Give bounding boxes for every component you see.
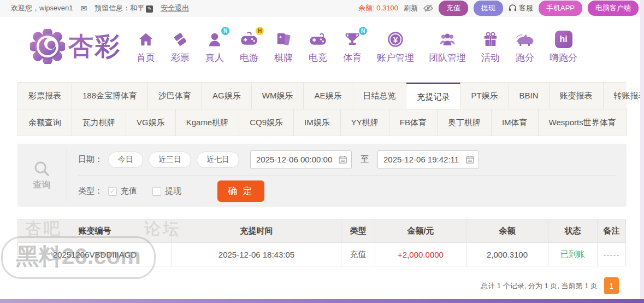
logo-flower-icon — [30, 29, 65, 64]
date-from-input[interactable]: 2025-12-06 00:00:00 — [250, 150, 352, 169]
tab-yy-cards[interactable]: YY棋牌 — [341, 109, 389, 136]
hi-app-icon: hi — [554, 30, 574, 49]
tab-cq9[interactable]: CQ9娱乐 — [239, 109, 294, 136]
eye-off-icon[interactable] — [423, 4, 433, 12]
to-label: 至 — [361, 154, 369, 165]
tab-wesports[interactable]: Wesports世界体育 — [539, 109, 627, 136]
nav-item-promotions[interactable]: 活动 — [481, 30, 500, 64]
type-filter-row: 类型： ✓ 充值 提现 确 定 — [78, 176, 617, 207]
nav-item-home[interactable]: 首页 — [136, 30, 156, 64]
badge: N — [359, 27, 367, 35]
logout-link[interactable]: 安全退出 — [161, 3, 189, 13]
cards-icon: ♠ — [274, 30, 293, 49]
mail-icon[interactable]: ✉ — [80, 4, 87, 13]
welcome-text: 欢迎您，wipseven1 — [11, 3, 73, 13]
page-1-button[interactable]: 1 — [604, 277, 619, 294]
type-option-recharge[interactable]: ✓ 充值 — [108, 186, 137, 196]
nav-item-account[interactable]: ¥ 账户管理 — [377, 30, 414, 64]
nav-item-team[interactable]: 团队管理 — [429, 30, 466, 64]
tab-row-2: 余额查询 瓦力棋牌 VG娱乐 Kgame棋牌 CQ9娱乐 IM娱乐 YY棋牌 F… — [17, 109, 627, 136]
withdraw-checkbox[interactable] — [152, 187, 161, 196]
refresh-link[interactable]: 刷新 — [404, 3, 418, 13]
svg-text:¥: ¥ — [393, 34, 398, 44]
recharge-checkbox[interactable]: ✓ — [108, 187, 117, 196]
tab-wali-cards[interactable]: 瓦力棋牌 — [72, 109, 126, 136]
tab-wm[interactable]: WM娱乐 — [252, 83, 304, 109]
col-type: 类型 — [341, 219, 375, 243]
tab-daily-summary[interactable]: 日结总览 — [352, 83, 406, 109]
range-today-button[interactable]: 今日 — [108, 152, 143, 168]
records-table-wrap: 账变编号 充提时间 类型 金额/元 余额 状态 备注 20251206VBDDI… — [17, 219, 627, 266]
gift-icon — [481, 30, 500, 49]
withdraw-checkbox-label: 提现 — [165, 186, 181, 196]
home-icon — [136, 30, 156, 49]
tab-188jbb-sports[interactable]: 188金宝博体育 — [72, 83, 148, 109]
tab-ae[interactable]: AE娱乐 — [304, 83, 352, 109]
nav-item-live[interactable]: N 真人 — [205, 30, 224, 64]
nav-item-lottery[interactable]: 彩票 — [170, 30, 190, 64]
tab-deposit-withdraw-records[interactable]: 充提记录 — [406, 83, 460, 109]
team-icon — [438, 30, 457, 49]
tab-transfer-report[interactable]: 转账报表 — [604, 83, 644, 109]
nav-item-hi-paofen[interactable]: hi 嗨跑分 — [550, 30, 577, 64]
nav-item-esports[interactable]: 电竞 — [308, 30, 328, 64]
gamepad-icon: H — [239, 30, 259, 49]
tab-ag[interactable]: AG娱乐 — [202, 83, 252, 109]
col-change-id: 账变编号 — [18, 219, 172, 243]
records-table: 账变编号 充提时间 类型 金额/元 余额 状态 备注 20251206VBDDI… — [17, 219, 626, 266]
tab-pt[interactable]: PT娱乐 — [460, 83, 509, 109]
mobile-app-button[interactable]: 手机APP — [539, 1, 582, 16]
reserved-info: 预留信息：和平✎ — [94, 3, 153, 13]
tab-lottery-report[interactable]: 彩票报表 — [17, 83, 72, 109]
cell-balance: 2,000.3100 — [466, 243, 548, 266]
tab-bbin[interactable]: BBIN — [509, 83, 550, 109]
recharge-button[interactable]: 充值 — [439, 1, 468, 16]
balance-label: 余额: — [358, 4, 375, 12]
cell-type: 充值 — [341, 243, 375, 266]
query-panel: 查询 日期： 今日 近三日 近七日 2025-12-06 00:00:00 至 … — [17, 144, 627, 207]
ticket-icon — [170, 30, 190, 49]
pagination-summary: 总计 1 个记录, 分为 1 页, 当前第 1 页 — [481, 281, 598, 291]
coin-icon: ¥ — [386, 30, 405, 49]
calendar-icon[interactable] — [339, 155, 347, 164]
badge: H — [256, 27, 264, 35]
tab-odin-cards[interactable]: 奥丁棋牌 — [438, 109, 492, 136]
range-3days-button[interactable]: 近三日 — [149, 152, 191, 168]
pc-client-button[interactable]: 电脑客户端 — [588, 1, 639, 16]
site-logo[interactable]: 杏彩 — [30, 29, 121, 64]
tab-kgame[interactable]: Kgame棋牌 — [176, 109, 240, 136]
tab-saba-sports[interactable]: 沙巴体育 — [148, 83, 202, 109]
customer-service[interactable]: 客服 — [509, 3, 533, 13]
type-label: 类型： — [78, 186, 103, 196]
nav-item-sports[interactable]: N 体育 — [342, 30, 362, 64]
confirm-button[interactable]: 确 定 — [217, 180, 264, 202]
type-option-withdraw[interactable]: 提现 — [152, 186, 181, 196]
cell-change-id: 20251206VBDDIIIAGD — [18, 243, 172, 266]
scrollbar[interactable] — [640, 0, 644, 303]
date-to-input[interactable]: 2025-12-06 19:42:11 — [377, 150, 479, 169]
nav-item-paofen[interactable]: 跑分 — [515, 30, 535, 64]
range-7days-button[interactable]: 近七日 — [197, 152, 239, 168]
nav-item-slots[interactable]: H 电游 — [239, 30, 259, 64]
customer-service-label: 客服 — [519, 3, 533, 13]
date-filter-row: 日期： 今日 近三日 近七日 2025-12-06 00:00:00 至 202… — [78, 144, 617, 175]
tab-balance-query[interactable]: 余额查询 — [17, 109, 72, 136]
headset-icon — [509, 4, 517, 12]
calendar-icon[interactable] — [466, 155, 474, 164]
tab-account-change-report[interactable]: 账变报表 — [550, 83, 604, 109]
query-side: 查询 — [17, 144, 67, 207]
balance-text: 余额: 0.3100 — [358, 3, 398, 13]
tab-im-casino[interactable]: IM娱乐 — [294, 109, 341, 136]
nav-item-cards[interactable]: ♠ 棋牌 — [274, 30, 293, 64]
recharge-checkbox-label: 充值 — [121, 186, 137, 196]
tab-fb-sports[interactable]: FB体育 — [389, 109, 438, 136]
withdraw-button[interactable]: 提现 — [474, 1, 503, 16]
date-to-value: 2025-12-06 19:42:11 — [383, 155, 459, 164]
report-tabs: 彩票报表 188金宝博体育 沙巴体育 AG娱乐 WM娱乐 AE娱乐 日结总览 充… — [17, 82, 627, 136]
tab-im-sports[interactable]: IM体育 — [492, 109, 539, 136]
person-icon: N — [205, 30, 224, 49]
controller-icon — [308, 30, 328, 49]
edit-icon[interactable]: ✎ — [146, 5, 153, 13]
main-nav: 首页 彩票 N 真人 H 电游 ♠ — [136, 30, 577, 64]
tab-vg[interactable]: VG娱乐 — [126, 109, 176, 136]
